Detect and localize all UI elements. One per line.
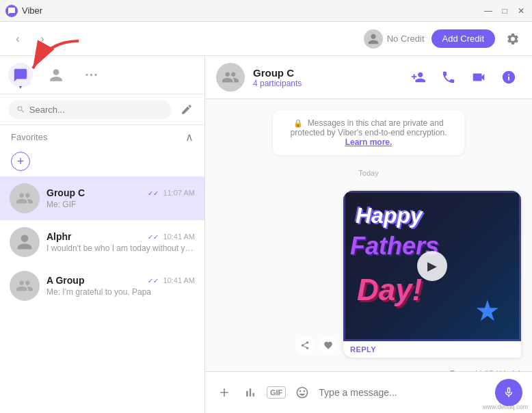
add-favorite-button[interactable]: + xyxy=(11,152,30,171)
favorites-header: Favorites ∧ xyxy=(0,125,204,149)
group-c-time: ✓✓ 11:07 AM xyxy=(148,189,195,197)
chat-header-participants: 4 participants xyxy=(253,79,398,88)
gif-message-bubble: Happy Fathers Day! ★ ▶ REPLY xyxy=(343,191,521,358)
heart-button[interactable] xyxy=(319,336,338,355)
search-icon xyxy=(16,105,25,114)
group-c-name: Group C xyxy=(46,187,85,198)
sidebar-nav-icons: ▾ ··· xyxy=(0,56,204,94)
group-c-info: Group C ✓✓ 11:07 AM Me: GIF xyxy=(46,187,195,209)
video-call-button[interactable] xyxy=(466,65,491,90)
message-footer: REPLY xyxy=(343,341,521,358)
main-layout: ▾ ··· Favorites ∧ + xyxy=(0,56,532,413)
alphr-info: Alphr ✓✓ 10:41 AM I wouldn't be who I am… xyxy=(46,231,195,253)
close-button[interactable]: ✕ xyxy=(516,5,527,16)
chat-header-info: Group C 4 participants xyxy=(253,67,398,88)
gif-container: Happy Fathers Day! ★ ▶ xyxy=(343,191,521,341)
alphr-preview: I wouldn't be who I am today without you… xyxy=(46,243,195,253)
gif-play-button[interactable]: ▶ xyxy=(417,251,447,281)
settings-button[interactable] xyxy=(502,28,524,50)
add-person-button[interactable] xyxy=(406,65,431,90)
no-credit-display: No Credit xyxy=(364,29,425,49)
chat-item-alphr[interactable]: Alphr ✓✓ 10:41 AM I wouldn't be who I am… xyxy=(0,220,204,264)
chat-header-actions xyxy=(406,65,521,90)
group-c-name-row: Group C ✓✓ 11:07 AM xyxy=(46,187,195,198)
encryption-notice: 🔒 Messages in this chat are private and … xyxy=(273,110,464,155)
chat-header: Group C 4 participants xyxy=(205,56,532,99)
topbar-right: No Credit Add Credit xyxy=(364,28,524,50)
chat-header-name: Group C xyxy=(253,67,398,79)
contacts-nav-button[interactable] xyxy=(44,63,68,88)
learn-more-link[interactable]: Learn more. xyxy=(345,137,393,147)
alphr-name: Alphr xyxy=(46,231,72,242)
topbar-left: ‹ › xyxy=(8,29,52,49)
alphr-name-row: Alphr ✓✓ 10:41 AM xyxy=(46,231,195,242)
forward-button[interactable]: › xyxy=(33,29,52,49)
voice-button[interactable] xyxy=(495,379,522,406)
credit-avatar xyxy=(364,29,383,49)
alphr-time: ✓✓ 10:41 AM xyxy=(148,232,195,241)
reply-button[interactable]: REPLY xyxy=(350,345,376,354)
lock-icon: 🔒 xyxy=(293,119,303,127)
share-button[interactable] xyxy=(295,336,315,355)
chat-list: Group C ✓✓ 11:07 AM Me: GIF Alphr xyxy=(0,176,204,413)
input-bar: GIF xyxy=(205,371,532,413)
app-title: Viber xyxy=(22,5,42,16)
encryption-text: Messages in this chat are private and pr… xyxy=(291,118,447,137)
app-icon xyxy=(5,5,18,17)
a-group-name-row: A Group ✓✓ 10:41 AM xyxy=(46,275,195,286)
a-group-name: A Group xyxy=(46,275,84,286)
search-input-wrap xyxy=(8,101,172,119)
titlebar-left: Viber xyxy=(5,5,42,17)
more-nav-button[interactable]: ··· xyxy=(79,63,104,88)
chats-nav-button[interactable]: ▾ xyxy=(8,63,33,88)
a-group-info: A Group ✓✓ 10:41 AM Me: I'm grateful to … xyxy=(46,275,195,297)
search-bar xyxy=(0,94,204,125)
gif-star: ★ xyxy=(475,294,501,328)
titlebar: Viber — □ ✕ xyxy=(0,0,532,22)
favorites-toggle[interactable]: ∧ xyxy=(185,131,194,144)
message-input[interactable] xyxy=(319,387,488,398)
chat-item-a-group[interactable]: A Group ✓✓ 10:41 AM Me: I'm grateful to … xyxy=(0,264,204,308)
chat-header-avatar xyxy=(216,63,245,92)
a-group-time: ✓✓ 10:41 AM xyxy=(148,276,195,284)
plus-button[interactable] xyxy=(215,383,234,402)
chart-icon-button[interactable] xyxy=(241,383,260,402)
group-c-avatar xyxy=(10,183,40,213)
gif-message-wrap: Happy Fathers Day! ★ ▶ REPLY xyxy=(216,191,521,358)
voice-call-button[interactable] xyxy=(436,65,461,90)
window-controls: — □ ✕ xyxy=(483,5,527,16)
chat-messages: 🔒 Messages in this chat are private and … xyxy=(205,99,532,371)
date-divider: Today xyxy=(216,169,521,177)
add-credit-button[interactable]: Add Credit xyxy=(431,29,495,48)
group-c-check: ✓✓ xyxy=(148,189,159,197)
a-group-avatar xyxy=(10,271,40,301)
back-button[interactable]: ‹ xyxy=(8,29,27,49)
gif-text-happy: Happy xyxy=(356,203,423,228)
chat-item-group-c[interactable]: Group C ✓✓ 11:07 AM Me: GIF xyxy=(0,176,204,220)
sidebar: ▾ ··· Favorites ∧ + xyxy=(0,56,205,413)
chat-panel: Group C 4 participants xyxy=(205,56,532,413)
restore-button[interactable]: □ xyxy=(499,5,510,16)
alphr-avatar xyxy=(10,227,40,257)
message-actions xyxy=(295,336,338,355)
chat-dropdown-arrow: ▾ xyxy=(19,84,22,90)
alphr-check: ✓✓ xyxy=(148,233,159,241)
compose-button[interactable] xyxy=(177,100,196,119)
a-group-check: ✓✓ xyxy=(148,277,159,284)
a-group-preview: Me: I'm grateful to you, Papa xyxy=(46,287,195,297)
info-button[interactable] xyxy=(496,65,521,90)
gif-button[interactable]: GIF xyxy=(267,386,286,399)
topbar: ‹ › No Credit Add Credit xyxy=(0,22,532,56)
more-dots: ··· xyxy=(85,67,98,83)
emoji-button[interactable] xyxy=(293,383,312,402)
favorites-label: Favorites xyxy=(11,132,47,142)
gif-text-day: Day! xyxy=(357,273,422,307)
minimize-button[interactable]: — xyxy=(483,5,494,16)
group-c-preview: Me: GIF xyxy=(46,200,195,209)
search-input[interactable] xyxy=(29,105,163,115)
no-credit-label: No Credit xyxy=(387,34,425,44)
